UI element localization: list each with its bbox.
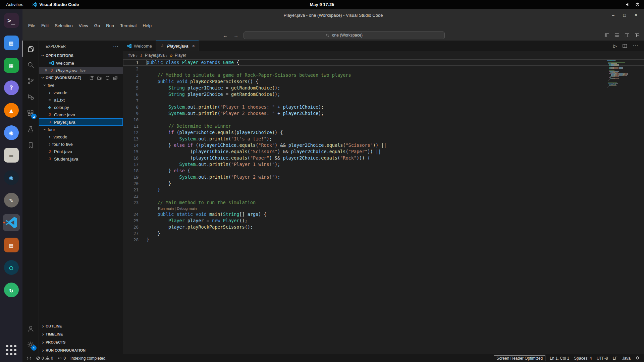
- dock-software-updater[interactable]: ↻: [3, 281, 20, 299]
- layout-secondary-button[interactable]: [624, 33, 630, 38]
- new-file-icon[interactable]: [89, 75, 94, 80]
- code-editor[interactable]: 1public class Player extends Game {23 //…: [123, 59, 644, 354]
- activity-source-control[interactable]: [22, 73, 39, 89]
- line-number[interactable]: 16: [123, 155, 139, 161]
- line-number[interactable]: 10: [123, 117, 139, 123]
- code-line-15[interactable]: 15 (player1Choice.equals("Scissors") && …: [123, 148, 644, 155]
- activities-button[interactable]: Activities: [4, 1, 25, 8]
- line-number[interactable]: 4: [123, 78, 139, 85]
- menu-file[interactable]: File: [25, 22, 38, 29]
- close-icon[interactable]: ×: [43, 68, 49, 73]
- split-editor-button[interactable]: [622, 43, 628, 49]
- line-number[interactable]: 27: [123, 230, 139, 237]
- code-line-12[interactable]: 12 if (player1Choice.equals(player2Choic…: [123, 129, 644, 136]
- code-line-21[interactable]: 21 }: [123, 187, 644, 193]
- nav-forward-icon[interactable]: →: [233, 33, 239, 38]
- status-eol[interactable]: LF: [610, 354, 620, 362]
- maximize-button[interactable]: □: [620, 10, 629, 20]
- line-number[interactable]: 13: [123, 136, 139, 142]
- minimap[interactable]: [607, 60, 639, 88]
- section-timeline[interactable]: ›TIMELINE: [39, 330, 123, 338]
- line-number[interactable]: 14: [123, 142, 139, 148]
- code-line-4[interactable]: 4 public void playRockPaperScissors() {: [123, 78, 644, 85]
- dock-vlc[interactable]: ▲: [3, 102, 20, 119]
- section-run-configuration[interactable]: ›RUN CONFIGURATION: [39, 346, 123, 354]
- line-number[interactable]: 26: [123, 224, 139, 230]
- run-button[interactable]: ▷: [613, 43, 617, 49]
- code-line-5[interactable]: 5 String player1Choice = getRandomChoice…: [123, 85, 644, 91]
- line-number[interactable]: 8: [123, 104, 139, 110]
- power-icon[interactable]: [635, 2, 640, 7]
- layout-sidebar-button[interactable]: [604, 33, 610, 38]
- dock-libreoffice-calc[interactable]: ▦: [3, 57, 20, 74]
- code-line-7[interactable]: 7: [123, 98, 644, 104]
- dock-help[interactable]: ?: [3, 79, 20, 97]
- code-line-10[interactable]: 10: [123, 117, 644, 123]
- dock-archive-manager[interactable]: ▬: [3, 146, 20, 164]
- code-line-24[interactable]: 24 public static void main(String[] args…: [123, 211, 644, 218]
- line-number[interactable]: 25: [123, 218, 139, 224]
- section-projects[interactable]: ›PROJECTS: [39, 338, 123, 346]
- code-line-8[interactable]: 8 System.out.println("Player 1 chooses: …: [123, 104, 644, 110]
- tree-item-student-java[interactable]: JStudent.java: [39, 155, 123, 163]
- line-number[interactable]: 19: [123, 174, 139, 180]
- minimize-button[interactable]: –: [608, 10, 618, 20]
- layout-customize-button[interactable]: [634, 33, 640, 38]
- line-number[interactable]: 24: [123, 211, 139, 218]
- code-line-22[interactable]: 22: [123, 193, 644, 199]
- command-center[interactable]: one (Workspace): [244, 32, 445, 39]
- dock-gimp[interactable]: ✎: [3, 191, 20, 209]
- status-cursor-position[interactable]: Ln 1, Col 1: [547, 354, 572, 362]
- tree-item-player-java[interactable]: JPlayer.java: [39, 118, 123, 126]
- line-number[interactable]: 23: [123, 199, 139, 206]
- code-line-28[interactable]: 28}: [123, 237, 644, 243]
- line-number[interactable]: 2: [123, 66, 139, 72]
- status-indentation[interactable]: Spaces: 4: [572, 354, 594, 362]
- code-line-1[interactable]: 1public class Player extends Game {: [123, 59, 644, 66]
- clock[interactable]: May 9 17:25: [310, 2, 334, 7]
- line-number[interactable]: 20: [123, 180, 139, 187]
- breadcrumb-player-java[interactable]: JPlayer.java: [139, 53, 165, 58]
- code-line-11[interactable]: 11 // Determine the winner: [123, 123, 644, 129]
- code-line-18[interactable]: 18 } else {: [123, 168, 644, 174]
- tree-item-four[interactable]: ›four: [39, 126, 123, 133]
- line-number[interactable]: 1: [123, 59, 139, 66]
- code-line-27[interactable]: 27 }: [123, 230, 644, 237]
- dock-steam[interactable]: ◉: [3, 169, 20, 186]
- code-line-14[interactable]: 14 } else if ((player1Choice.equals("Roc…: [123, 142, 644, 148]
- code-line-9[interactable]: 9 System.out.println("Player 2 chooses: …: [123, 110, 644, 117]
- status-encoding[interactable]: UTF-8: [594, 354, 610, 362]
- code-line-6[interactable]: 6 String player2Choice = getRandomChoice…: [123, 91, 644, 98]
- tree-item-a1-txt[interactable]: ≡a1.txt: [39, 96, 123, 104]
- status-broadcast[interactable]: 0: [55, 354, 68, 362]
- dock-chromium[interactable]: ◉: [3, 124, 20, 141]
- line-number[interactable]: 9: [123, 110, 139, 117]
- code-line-20[interactable]: 20 }: [123, 180, 644, 187]
- dock-terminal[interactable]: >_: [3, 12, 20, 29]
- breadcrumb-player[interactable]: ◇Player: [169, 53, 186, 58]
- status-notifications[interactable]: [633, 354, 642, 362]
- line-number[interactable]: 6: [123, 91, 139, 98]
- code-line-26[interactable]: 26 player.playRockPaperScissors();: [123, 224, 644, 230]
- menu-terminal[interactable]: Terminal: [117, 22, 140, 29]
- dock-gedit[interactable]: ▤: [3, 236, 20, 254]
- menu-go[interactable]: Go: [91, 22, 103, 29]
- line-number[interactable]: 15: [123, 148, 139, 155]
- new-folder-icon[interactable]: [97, 75, 102, 80]
- menu-selection[interactable]: Selection: [52, 22, 75, 29]
- codelens-run-main[interactable]: Run main: [158, 206, 174, 211]
- tree-item-print-java[interactable]: JPrint.java: [39, 148, 123, 155]
- dock-vscode[interactable]: [3, 214, 20, 231]
- status-problems[interactable]: 00: [34, 354, 55, 362]
- activity-bookmarks[interactable]: [22, 137, 39, 153]
- codelens-debug-main[interactable]: Debug main: [177, 206, 197, 211]
- code-line-13[interactable]: 13 System.out.println("It's a tie!");: [123, 136, 644, 142]
- collapse-all-icon[interactable]: [113, 75, 118, 80]
- code-line-2[interactable]: 2: [123, 66, 644, 72]
- activity-testing[interactable]: [22, 121, 39, 137]
- line-number[interactable]: 5: [123, 85, 139, 91]
- line-number[interactable]: 21: [123, 187, 139, 193]
- refresh-icon[interactable]: [105, 75, 110, 80]
- more-actions-button[interactable]: ···: [633, 43, 639, 49]
- activity-account[interactable]: [22, 320, 39, 337]
